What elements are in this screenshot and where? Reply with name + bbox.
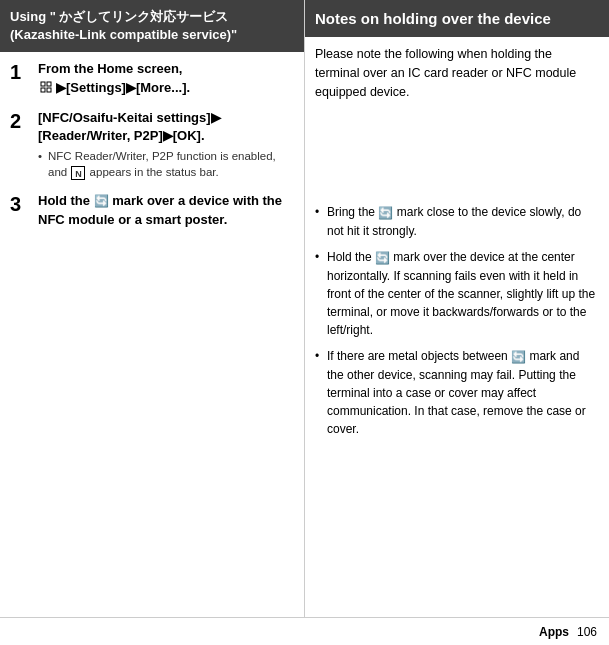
nfc-mark-note3: 🔄	[511, 348, 526, 366]
step-2-bullets: NFC Reader/Writer, P2P function is enabl…	[38, 148, 294, 180]
step-1-content: From the Home screen, ▶[Settin	[38, 60, 294, 96]
left-panel-body: 1 From the Home screen,	[0, 52, 304, 248]
n-icon: N	[71, 166, 85, 180]
step-3-title: Hold the 🔄 mark over a device with the N…	[38, 193, 282, 226]
right-panel-header: Notes on holding over the device	[305, 0, 609, 37]
left-panel-header: Using " かざしてリンク対応サービス (Kazashite-Link co…	[0, 0, 304, 52]
content-area: Using " かざしてリンク対応サービス (Kazashite-Link co…	[0, 0, 609, 617]
step-1-title2: ▶[Settings]▶[More...].	[38, 80, 190, 95]
grid-icon	[39, 80, 55, 96]
page-container: Using " かざしてリンク対応サービス (Kazashite-Link co…	[0, 0, 609, 645]
step-1: 1 From the Home screen,	[10, 60, 294, 96]
footer-page-number: 106	[577, 625, 597, 639]
notes-list: Bring the 🔄 mark close to the device slo…	[315, 203, 599, 437]
step-3-content: Hold the 🔄 mark over a device with the N…	[38, 192, 294, 228]
step-2-title: [NFC/Osaifu-Keitai settings]▶	[38, 110, 221, 125]
footer-apps-label: Apps	[539, 625, 569, 639]
right-panel-title: Notes on holding over the device	[315, 10, 551, 27]
footer: Apps 106	[0, 617, 609, 645]
left-panel: Using " かざしてリンク対応サービス (Kazashite-Link co…	[0, 0, 305, 617]
step-2-number: 2	[10, 109, 32, 133]
svg-rect-2	[41, 88, 45, 92]
notes-spacer	[315, 117, 599, 197]
svg-rect-3	[47, 88, 51, 92]
nfc-mark-note2: 🔄	[375, 249, 390, 267]
svg-rect-0	[41, 82, 45, 86]
step-2-title2: [Reader/Writer, P2P]▶[OK].	[38, 128, 205, 143]
step-1-number: 1	[10, 60, 32, 84]
note-2: Hold the 🔄 mark over the device at the c…	[315, 248, 599, 339]
nfc-mark-note1: 🔄	[378, 204, 393, 222]
note-3: If there are metal objects between 🔄 mar…	[315, 347, 599, 438]
step-1-title: From the Home screen,	[38, 61, 183, 76]
step-2-bullet-1: NFC Reader/Writer, P2P function is enabl…	[38, 148, 294, 180]
right-panel-intro: Please note the following when holding t…	[315, 45, 599, 101]
step-2-content: [NFC/Osaifu-Keitai settings]▶ [Reader/Wr…	[38, 109, 294, 181]
step-2: 2 [NFC/Osaifu-Keitai settings]▶ [Reader/…	[10, 109, 294, 181]
note-1: Bring the 🔄 mark close to the device slo…	[315, 203, 599, 240]
step-3-number: 3	[10, 192, 32, 216]
step-3: 3 Hold the 🔄 mark over a device with the…	[10, 192, 294, 228]
right-panel-body: Please note the following when holding t…	[305, 37, 609, 454]
left-panel-title: Using " かざしてリンク対応サービス (Kazashite-Link co…	[10, 9, 237, 42]
nfc-mark-step3: 🔄	[94, 193, 109, 210]
svg-rect-1	[47, 82, 51, 86]
right-panel: Notes on holding over the device Please …	[305, 0, 609, 617]
